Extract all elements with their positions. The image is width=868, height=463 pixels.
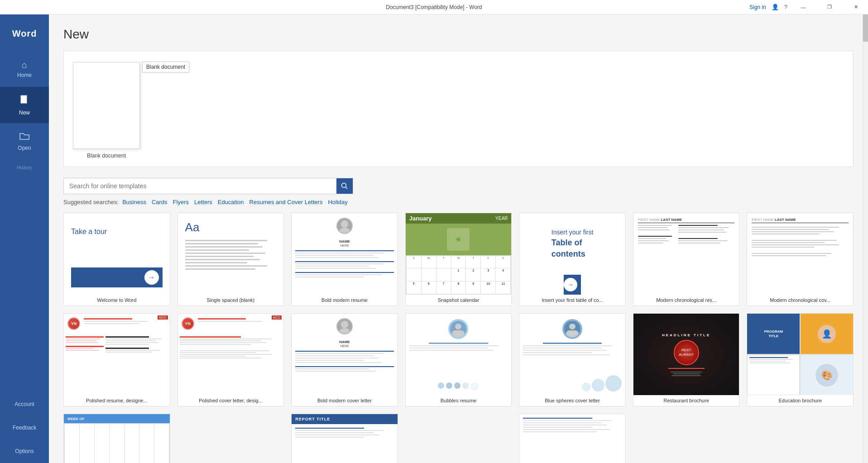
sidebar-item-home-label: Home <box>17 72 32 78</box>
snapshot-cal-preview: January YEAR 🌿 S M T W T F S <box>406 213 512 295</box>
bubbles-resume-template-name: Bubbles resume <box>406 395 512 406</box>
template-card-mod-chron-res[interactable]: FIRST NAME LAST NAME <box>633 213 740 306</box>
single-spaced-template-name: Single spaced (blank) <box>178 295 284 305</box>
template-card-blue-spheres[interactable]: Blue spheres cover letter <box>519 313 626 406</box>
template-card-week-agenda[interactable]: WEEK OF Weekly agenda <box>63 414 170 463</box>
titlebar: Document3 [Compatibility Mode] - Word Si… <box>0 0 868 14</box>
blank-doc-section: Blank document Blank document <box>63 51 854 167</box>
sidebar-item-new[interactable]: New <box>0 87 49 123</box>
svg-rect-1 <box>21 95 27 103</box>
suggested-searches: Suggested searches: Business Cards Flyer… <box>63 199 854 205</box>
polished-resume-template-name: Polished resume, designe... <box>64 395 170 406</box>
restaurant-brochure-preview: HEADLINE TITLE RESTAURANT <box>633 314 739 395</box>
template-card-tour[interactable]: Take a tour → Welcome to Word <box>63 213 170 306</box>
suggested-tag-business[interactable]: Business <box>122 199 146 205</box>
svg-line-3 <box>346 187 348 189</box>
search-input[interactable] <box>64 182 336 190</box>
template-card-bold-resume[interactable]: NAME HERE <box>291 213 398 306</box>
template-card-bubbles-resume[interactable]: Bubbles resume <box>405 313 512 406</box>
bubbles-resume-preview <box>406 314 512 395</box>
blue-spheres-preview <box>519 314 625 395</box>
bold-resume-template-name: Bold modern resume <box>292 295 398 305</box>
tour-preview: Take a tour → <box>64 213 170 295</box>
sidebar-item-feedback[interactable]: Feedback <box>0 416 49 439</box>
titlebar-title: Document3 [Compatibility Mode] - Word <box>386 4 482 10</box>
help-icon[interactable]: ? <box>784 4 787 10</box>
titlebar-right: Sign in 👤 ? — ❐ ✕ <box>749 0 868 14</box>
edu-brochure-preview: PROGRAMTITLE 👤 🎨 <box>747 314 853 395</box>
bold-cover-template-name: Bold modern cover letter <box>292 395 398 406</box>
polished-cover-template-name: Polished cover letter, desig... <box>178 395 284 406</box>
suggested-tag-flyers[interactable]: Flyers <box>173 199 189 205</box>
template-grid-row2: MCO YN <box>63 313 854 406</box>
polished-resume-preview: MCO YN <box>64 314 170 395</box>
template-card-report[interactable]: REPORT TITLE Report <box>291 414 398 463</box>
blank-doc-label: Blank document <box>73 153 140 159</box>
account-label: Account <box>14 401 34 407</box>
blank-doc-preview: Blank document <box>73 62 140 149</box>
sidebar: Word ⌂ Home New Open History Account Fee… <box>0 14 49 463</box>
new-doc-icon <box>19 95 30 108</box>
page-title: New <box>63 27 854 42</box>
template-card-restaurant-brochure[interactable]: HEADLINE TITLE RESTAURANT Restaurant bro… <box>633 313 740 406</box>
home-icon: ⌂ <box>22 60 27 70</box>
week-agenda-preview: WEEK OF <box>64 414 170 463</box>
search-button[interactable] <box>336 178 353 194</box>
single-spaced-preview: Aa <box>178 213 284 295</box>
template-grid: Take a tour → Welcome to Word Aa <box>63 213 854 306</box>
options-label: Options <box>15 448 34 454</box>
feedback-label: Feedback <box>13 425 37 431</box>
open-folder-icon <box>19 132 30 143</box>
template-card-polished-cover[interactable]: MCO YN <box>177 313 284 406</box>
sidebar-item-account[interactable]: Account <box>0 392 49 416</box>
template-grid-row3: WEEK OF Weekly agenda <box>63 414 854 463</box>
mod-chron-res-template-name: Modern chronological res... <box>633 295 739 305</box>
bold-resume-preview-container: NAME HERE <box>292 213 398 295</box>
mod-chron-res-preview: FIRST NAME LAST NAME <box>633 213 739 295</box>
sidebar-item-options[interactable]: Options <box>0 439 49 463</box>
minimize-button[interactable]: — <box>793 0 814 14</box>
sidebar-item-open[interactable]: Open <box>0 123 49 159</box>
suggested-tag-holiday[interactable]: Holiday <box>328 199 347 205</box>
suggested-label: Suggested searches: <box>63 199 119 205</box>
extra1-preview <box>519 414 625 463</box>
sidebar-item-new-label: New <box>19 110 30 116</box>
grid-spacer-1 <box>177 414 284 463</box>
template-card-extra1[interactable]: Resume template <box>519 414 626 463</box>
template-card-toc[interactable]: Insert your firstTable ofcontents → Inse… <box>519 213 626 306</box>
restaurant-brochure-template-name: Restaurant brochure <box>633 395 739 406</box>
suggested-tag-cards[interactable]: Cards <box>152 199 168 205</box>
blue-spheres-template-name: Blue spheres cover letter <box>519 395 625 406</box>
edu-brochure-template-name: Education brochure <box>747 395 853 406</box>
sidebar-item-home[interactable]: ⌂ Home <box>0 51 49 87</box>
review-icon[interactable]: 👤 <box>772 4 779 10</box>
template-card-polished-resume[interactable]: MCO YN <box>63 313 170 406</box>
suggested-tag-education[interactable]: Education <box>218 199 244 205</box>
sidebar-item-open-label: Open <box>18 145 31 151</box>
scrollbar[interactable] <box>863 14 868 463</box>
blank-document-card[interactable]: Blank document Blank document <box>73 62 140 159</box>
polished-cover-preview: MCO YN <box>178 314 284 395</box>
restore-button[interactable]: ❐ <box>819 0 840 14</box>
template-card-bold-cover[interactable]: NAME HERE Bold modern cover letter <box>291 313 398 406</box>
blank-doc-tooltip: Blank document <box>142 62 189 72</box>
tour-template-name: Welcome to Word <box>64 295 170 305</box>
template-card-single-spaced[interactable]: Aa Single spaced (blank) <box>177 213 284 306</box>
template-card-mod-chron-cov[interactable]: FIRST NAME LAST NAME Modern <box>747 213 854 306</box>
snapshot-cal-template-name: Snapshot calendar <box>406 295 512 305</box>
suggested-tag-letters[interactable]: Letters <box>194 199 212 205</box>
main-content: New Blank document Blank document Sugges… <box>49 14 868 463</box>
mod-chron-cov-template-name: Modern chronological cov... <box>747 295 853 305</box>
sign-in-button[interactable]: Sign in <box>749 4 766 10</box>
mod-chron-cov-preview: FIRST NAME LAST NAME <box>747 213 853 295</box>
template-card-snapshot-cal[interactable]: January YEAR 🌿 S M T W T F S <box>405 213 512 306</box>
close-button[interactable]: ✕ <box>845 0 866 14</box>
search-section: Suggested searches: Business Cards Flyer… <box>63 178 854 205</box>
sidebar-bottom: Account Feedback Options <box>0 392 49 463</box>
history-label: History <box>17 165 32 170</box>
scrollbar-thumb[interactable] <box>863 14 868 42</box>
grid-spacer-2 <box>405 414 512 463</box>
suggested-tag-resumes[interactable]: Resumes and Cover Letters <box>249 199 323 205</box>
svg-point-2 <box>342 183 346 188</box>
template-card-edu-brochure[interactable]: PROGRAMTITLE 👤 🎨 <box>747 313 854 406</box>
